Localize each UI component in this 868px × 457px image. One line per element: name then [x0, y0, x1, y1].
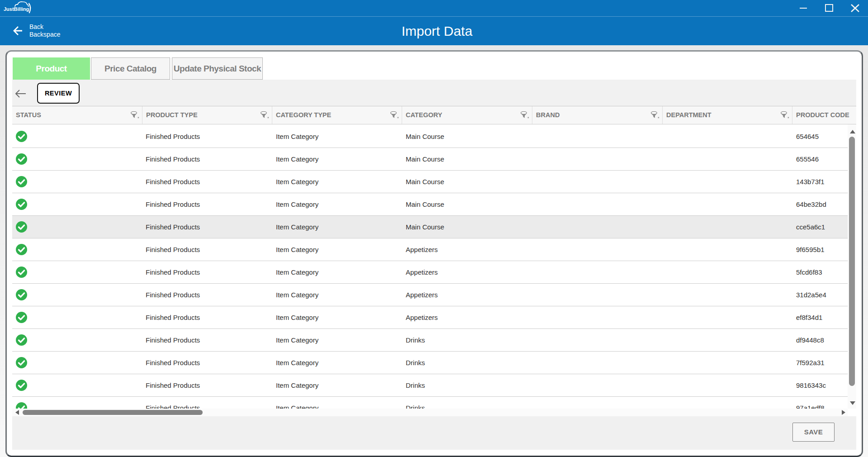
svg-text:JustBilling: JustBilling: [4, 6, 29, 12]
